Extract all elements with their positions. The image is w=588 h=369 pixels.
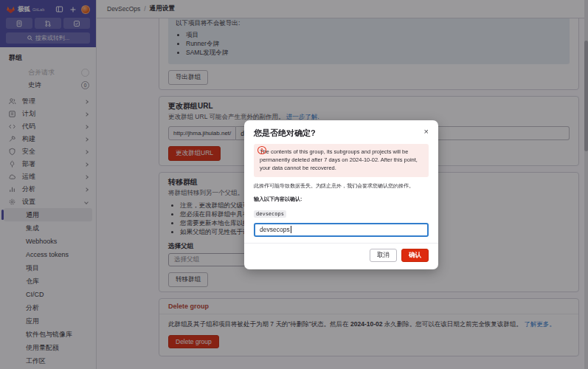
annotation-badge: 1 xyxy=(257,146,266,154)
close-icon[interactable]: × xyxy=(424,128,429,136)
confirm-delete-modal: 您是否绝对确定? × 1 The contents of this group,… xyxy=(244,120,438,269)
text-caret xyxy=(291,226,291,233)
alert-text: The contents of this group, its subgroup… xyxy=(260,148,418,171)
danger-alert: 1 The contents of this group, its subgro… xyxy=(254,144,429,177)
cancel-button[interactable]: 取消 xyxy=(370,249,397,262)
confirmation-input[interactable]: devsecops xyxy=(254,223,429,237)
modal-title: 您是否绝对确定? xyxy=(254,128,316,139)
confirm-instruction: 输入以下内容以确认: xyxy=(254,196,429,203)
modal-body-text: 此操作可能导致数据丢失。为防止意外，我们会要求您确认您的操作。 xyxy=(254,182,429,190)
confirm-button[interactable]: 确认 xyxy=(401,249,429,262)
confirm-phrase-code: devsecops xyxy=(254,210,286,218)
